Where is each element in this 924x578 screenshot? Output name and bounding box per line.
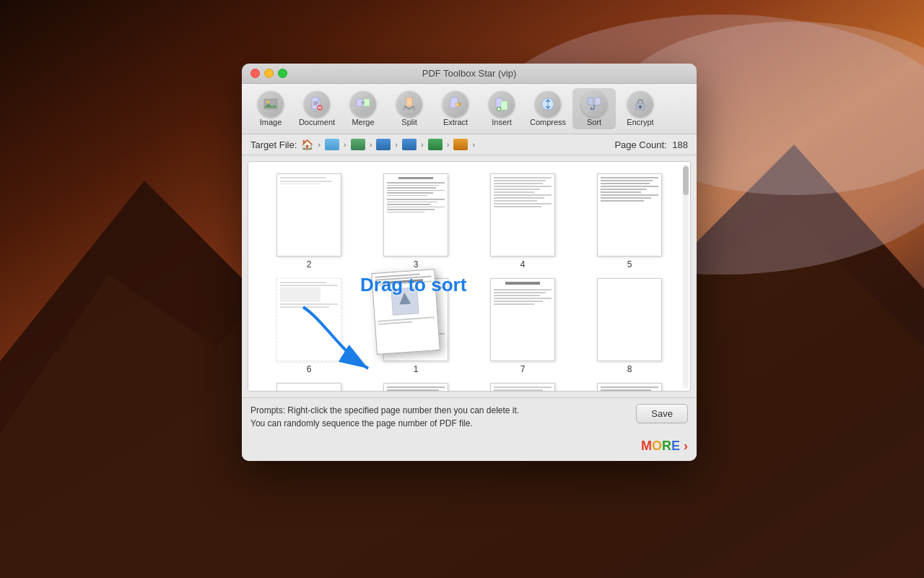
extract-icon [443, 91, 468, 117]
toolbar-item-extract[interactable]: Extract [434, 88, 477, 129]
toolbar-item-compress[interactable]: Compress [526, 88, 570, 129]
page-num-3: 3 [414, 259, 419, 269]
scrollbar-track [683, 165, 689, 388]
page-count-value: 188 [672, 139, 688, 150]
sort-label: Sort [587, 118, 601, 126]
breadcrumb-arrow-6: › [447, 140, 450, 149]
sort-icon [581, 91, 607, 117]
breadcrumb-folder-5[interactable] [428, 139, 443, 150]
page-num-7: 7 [520, 364, 526, 374]
page-item-9[interactable]: 1 9 [260, 383, 358, 392]
toolbar-item-split[interactable]: Split [388, 88, 431, 129]
traffic-lights [250, 69, 287, 78]
more-letter-m: M [641, 439, 652, 453]
document-label: Document [299, 118, 335, 126]
prompt-line-2: You can randomly sequence the page numbe… [250, 417, 519, 430]
page-count-section: Page Count: 188 [614, 139, 688, 150]
svg-rect-21 [501, 101, 507, 110]
page-num-8: 8 [627, 364, 632, 374]
image-label: Image [260, 118, 282, 126]
page-item-8[interactable]: 8 [580, 278, 679, 374]
maximize-button[interactable] [278, 69, 287, 78]
toolbar-item-merge[interactable]: Merge [341, 88, 385, 129]
minimize-button[interactable] [264, 69, 274, 78]
pages-grid: 2 [248, 162, 690, 392]
breadcrumb-folder-1[interactable] [325, 139, 339, 150]
page-thumb-6 [276, 278, 341, 361]
page-num-4: 4 [520, 259, 526, 269]
page-num-5: 5 [627, 259, 632, 269]
page-thumb-9: 1 [276, 383, 341, 392]
merge-icon [350, 91, 376, 117]
page-thumb-10 [383, 383, 448, 392]
breadcrumb-arrow-3: › [370, 140, 372, 149]
svg-rect-16 [406, 98, 412, 106]
extract-label: Extract [443, 118, 468, 126]
page-thumb-3 [383, 173, 448, 256]
page-item-12[interactable]: 12 [580, 383, 679, 392]
more-arrow-icon: › [680, 439, 688, 453]
file-bar: Target File: 🏠 › › › › › › › Page Count:… [242, 134, 697, 155]
toolbar-item-encrypt[interactable]: Encrypt [619, 88, 662, 129]
page-item-10[interactable]: 10 [367, 383, 465, 392]
more-link[interactable]: MORE › [641, 439, 688, 454]
breadcrumb-folder-2[interactable] [351, 139, 365, 150]
page-item-1[interactable]: 1 [367, 278, 465, 374]
more-letter-o: O [652, 439, 662, 453]
app-window: PDF Toolbox Star (vip) Image [242, 64, 697, 461]
page-item-3[interactable]: 3 [367, 173, 465, 269]
toolbar-item-insert[interactable]: Insert [480, 88, 523, 129]
page-item-7[interactable]: 7 [474, 278, 572, 374]
insert-icon [489, 91, 515, 117]
page-thumb-5 [597, 173, 662, 256]
breadcrumb-folder-3[interactable] [376, 139, 391, 150]
page-thumb-11 [490, 383, 555, 392]
page-thumb-12 [597, 383, 662, 392]
scrollbar-thumb[interactable] [683, 166, 689, 195]
toolbar-item-sort[interactable]: Sort [572, 88, 616, 129]
toolbar: Image Document [242, 84, 697, 134]
breadcrumb-folder-6[interactable] [453, 139, 468, 150]
breadcrumb-arrow-7: › [472, 140, 475, 149]
save-button[interactable]: Save [636, 404, 688, 423]
insert-label: Insert [492, 118, 512, 126]
svg-rect-27 [588, 98, 593, 105]
prompt-line-1: Prompts: Right-click the specified page … [250, 404, 519, 417]
more-letter-r: R [662, 439, 671, 453]
more-letter-e: E [671, 439, 680, 453]
close-button[interactable] [250, 69, 260, 78]
svg-point-6 [266, 100, 269, 103]
page-item-2[interactable]: 2 [260, 173, 358, 269]
page-thumb-4 [490, 173, 555, 256]
page-item-4[interactable]: 4 [474, 173, 572, 269]
compress-icon [535, 91, 561, 117]
toolbar-item-document[interactable]: Document [295, 88, 339, 129]
toolbar-item-image[interactable]: Image [249, 88, 292, 129]
split-icon [396, 91, 422, 117]
image-icon [258, 91, 284, 117]
page-item-6[interactable]: 6 [260, 278, 358, 374]
page-item-5[interactable]: 5 [580, 173, 679, 269]
compress-label: Compress [530, 118, 566, 126]
document-icon [304, 91, 330, 117]
svg-point-31 [639, 105, 642, 108]
page-thumb-2 [276, 173, 341, 256]
home-icon: 🏠 [301, 139, 313, 150]
svg-rect-28 [595, 98, 601, 105]
page-num-6: 6 [307, 364, 312, 374]
breadcrumb-arrow-4: › [395, 140, 398, 149]
target-file-label: Target File: [250, 139, 297, 150]
prompts-container: Prompts: Right-click the specified page … [250, 404, 519, 430]
page-num-1: 1 [414, 364, 419, 374]
encrypt-label: Encrypt [627, 118, 653, 126]
content-area[interactable]: 2 [248, 161, 691, 392]
bottom-bar: Prompts: Right-click the specified page … [242, 397, 697, 436]
breadcrumb-arrow-1: › [318, 140, 321, 149]
breadcrumb-folder-4[interactable] [402, 139, 417, 150]
page-thumb-8 [597, 278, 662, 361]
page-count-label: Page Count: [614, 139, 666, 150]
title-bar: PDF Toolbox Star (vip) [242, 64, 697, 84]
svg-rect-15 [364, 99, 370, 106]
page-item-11[interactable]: 11 [474, 383, 572, 392]
breadcrumb-arrow-2: › [344, 140, 346, 149]
